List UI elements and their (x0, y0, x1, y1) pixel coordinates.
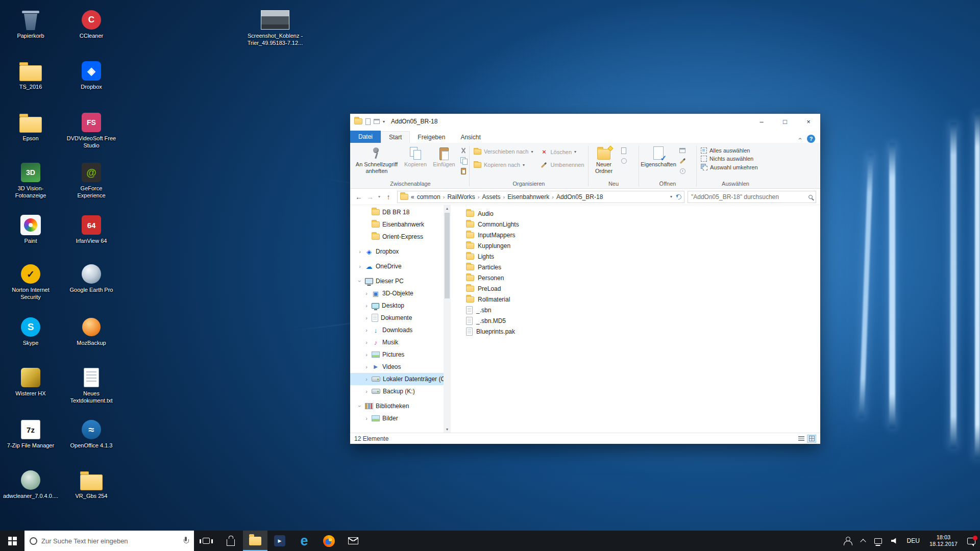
people-button[interactable] (839, 531, 856, 551)
desktop-icon-geforce[interactable]: @ GeForce Experience (66, 161, 117, 199)
start-button[interactable] (0, 531, 24, 551)
sidebar-item-dokumente[interactable]: › Dokumente (350, 312, 444, 324)
quick-access-toolbar[interactable]: ▾ (354, 118, 385, 125)
chevron-right-icon[interactable]: › (364, 339, 369, 345)
chevron-right-icon[interactable]: › (364, 388, 369, 394)
new-folder-button[interactable]: Neuer Ordner (589, 144, 619, 176)
help-icon[interactable]: ? (807, 135, 815, 143)
sidebar-item-pictures[interactable]: › Pictures (350, 348, 444, 361)
collapse-ribbon-icon[interactable]: › (796, 138, 803, 140)
desktop-icon-ts2016[interactable]: TS_2016 (5, 60, 56, 91)
qat-button-icon[interactable] (374, 119, 380, 124)
file-item[interactable]: Blueprints.pak (466, 326, 820, 337)
scroll-up-icon[interactable]: ▴ (446, 206, 448, 211)
recent-locations-dropdown-icon[interactable]: ▾ (376, 194, 383, 199)
chevron-down-icon[interactable]: › (357, 279, 363, 284)
sidebar-item-dropbox[interactable]: › ◈ Dropbox (350, 245, 444, 258)
file-item[interactable]: PreLoad (466, 283, 820, 294)
mail-button[interactable] (341, 531, 365, 551)
sidebar-item-3d-objekte[interactable]: › ▣ 3D-Objekte (350, 287, 444, 299)
paste-shortcut-button[interactable] (459, 167, 468, 175)
breadcrumb[interactable]: « common › RailWorks › Assets › Eisenbah… (397, 191, 684, 203)
move-to-button[interactable]: Verschieben nach ▾ (470, 147, 536, 156)
refresh-icon[interactable] (675, 193, 682, 201)
desktop-icon-mozbackup[interactable]: MozBackup (66, 316, 117, 347)
breadcrumb-segment[interactable]: RailWorks (447, 193, 475, 201)
sidebar-item-musik[interactable]: › ♪ Musik (350, 336, 444, 348)
rename-button[interactable]: Umbenennen (536, 161, 587, 169)
properties-button[interactable]: ✓ Eigenschaften (640, 144, 677, 170)
edit-button[interactable] (678, 157, 687, 165)
edge-button[interactable]: e (292, 531, 316, 551)
desktop-icon-papierkorb[interactable]: Papierkorb (5, 9, 56, 40)
desktop-icon-7zip[interactable]: 7z 7-Zip File Manager (5, 418, 56, 449)
breadcrumb-segment[interactable]: Assets (482, 193, 501, 201)
tab-start[interactable]: Start (381, 131, 410, 143)
copy-button[interactable]: Kopieren (401, 144, 430, 170)
chevron-right-icon[interactable]: › (364, 376, 369, 382)
file-item[interactable]: CommonLights (466, 219, 820, 230)
taskbar-search-input[interactable] (41, 537, 179, 545)
desktop-icon-google-earth[interactable]: Google Earth Pro (66, 263, 117, 294)
file-item[interactable]: Personen (466, 272, 820, 283)
movies-tv-button[interactable]: ▶ (267, 531, 292, 551)
invert-selection-button[interactable]: Auswahl umkehren (697, 163, 762, 171)
desktop-icon-screenshot[interactable]: Screenshot_Koblenz - Trier_49.95183-7.12… (242, 9, 308, 47)
sidebar-item-videos[interactable]: › ▶ Videos (350, 361, 444, 373)
file-item[interactable]: Rollmaterial (466, 294, 820, 305)
sidebar-item-backup-k[interactable]: › Backup (K:) (350, 385, 444, 397)
desktop-icon-wisterer-hx[interactable]: Wisterer HX (5, 366, 56, 397)
sidebar-item-desktop[interactable]: › Desktop (350, 299, 444, 312)
breadcrumb-segment[interactable]: common (417, 193, 440, 201)
navigation-scrollbar[interactable]: ▴ ▾ (444, 205, 451, 433)
scrollbar-thumb[interactable] (445, 213, 450, 298)
sidebar-item-db-br-18[interactable]: › DB BR 18 (350, 206, 444, 218)
file-item[interactable]: _.sbn (466, 305, 820, 315)
sidebar-item-eisenbahnwerk[interactable]: › Eisenbahnwerk (350, 218, 444, 231)
desktop-icon-epson[interactable]: Epson (5, 111, 56, 142)
sidebar-item-dieser-pc[interactable]: › Dieser PC (350, 275, 444, 287)
show-hidden-icons-button[interactable] (856, 531, 870, 551)
desktop-icon-openoffice[interactable]: ≈ OpenOffice 4.1.3 (66, 418, 117, 449)
network-button[interactable] (870, 531, 887, 551)
chevron-right-icon[interactable]: › (357, 263, 362, 269)
copy-to-button[interactable]: Kopieren nach ▾ (470, 161, 536, 169)
chevron-right-icon[interactable]: › (364, 364, 369, 370)
breadcrumb-segment[interactable]: Eisenbahnwerk (507, 193, 549, 201)
volume-button[interactable] (887, 531, 902, 551)
desktop-icon-adwcleaner[interactable]: adwcleaner_7.0.4.0.... (5, 469, 56, 500)
copy-path-button[interactable] (459, 157, 468, 165)
delete-button[interactable]: × Löschen ▾ (536, 147, 587, 156)
chevron-right-icon[interactable]: › (364, 315, 369, 321)
sidebar-item-bilder[interactable]: › Bilder (350, 412, 444, 424)
chevron-right-icon[interactable]: › (357, 248, 362, 255)
sidebar-item-lokaler-datentraeger-c[interactable]: › Lokaler Datenträger (C:) (350, 373, 444, 385)
back-button[interactable]: ← (353, 193, 364, 201)
taskbar-search-box[interactable] (24, 531, 194, 551)
chevron-right-icon[interactable]: › (364, 352, 369, 358)
explorer-search-box[interactable] (688, 191, 816, 203)
file-item[interactable]: Particles (466, 262, 820, 272)
task-view-button[interactable] (194, 531, 218, 551)
forward-button[interactable]: → (364, 193, 376, 201)
sidebar-item-downloads[interactable]: › ↓ Downloads (350, 324, 444, 336)
address-dropdown-icon[interactable]: ▾ (670, 194, 672, 199)
chevron-right-icon[interactable]: › (364, 290, 369, 296)
chevron-right-icon[interactable]: › (364, 415, 369, 421)
cut-button[interactable] (459, 146, 468, 155)
desktop-icon-irfanview[interactable]: 64 IrfanView 64 (66, 214, 117, 245)
tab-ansicht[interactable]: Ansicht (453, 132, 488, 143)
open-button[interactable] (678, 146, 687, 155)
sidebar-item-orient-express[interactable]: › Orient-Express (350, 231, 444, 243)
breadcrumb-segment[interactable]: AddOn05_BR-18 (556, 193, 603, 201)
desktop-icon-paint[interactable]: Paint (5, 214, 56, 245)
up-button[interactable]: ↑ (383, 193, 394, 201)
file-item[interactable]: Audio (466, 208, 820, 219)
store-button[interactable] (218, 531, 243, 551)
tab-datei[interactable]: Datei (350, 131, 381, 143)
details-view-button[interactable] (797, 435, 806, 443)
select-none-button[interactable]: Nichts auswählen (697, 155, 757, 163)
easy-access-button[interactable] (620, 157, 628, 165)
history-button[interactable] (678, 167, 687, 175)
desktop-icon-skype[interactable]: S Skype (5, 316, 56, 347)
